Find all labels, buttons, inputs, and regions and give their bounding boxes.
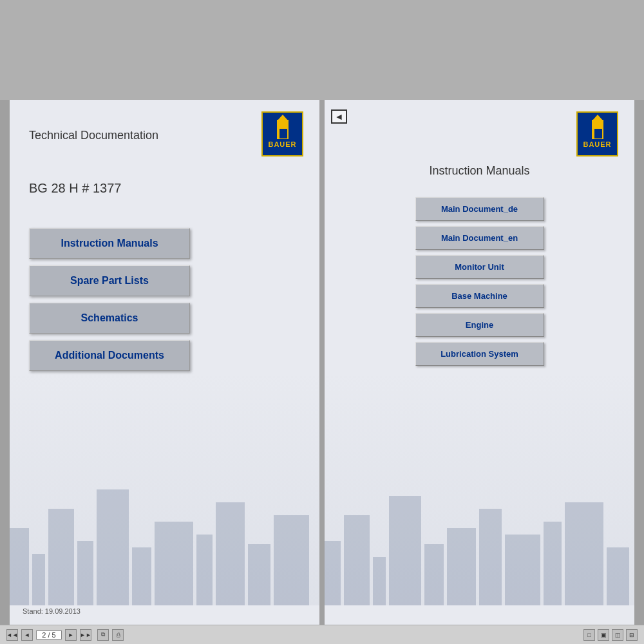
engine-button[interactable]: Engine <box>415 313 544 337</box>
view-icon-symbol-1: □ <box>587 632 591 638</box>
page-title: Technical Documentation <box>29 129 300 142</box>
right-page: ◄ BAUER Instruction Manuals Main Documen… <box>325 100 634 625</box>
main-document-en-button[interactable]: Main Document_en <box>415 226 544 250</box>
next-page-icon: ► <box>68 632 74 638</box>
view-icon-2[interactable]: ▣ <box>598 629 609 641</box>
first-page-button[interactable]: ◄◄ <box>6 629 18 641</box>
view-icon-symbol-2: ▣ <box>601 632 607 638</box>
right-page-content: ◄ BAUER Instruction Manuals Main Documen… <box>325 100 634 625</box>
stand-text: Stand: 19.09.2013 <box>23 607 80 615</box>
first-page-icon: ◄◄ <box>6 632 18 638</box>
view-icon-symbol-3: ◫ <box>615 632 621 638</box>
left-page-content: BAUER Technical Documentation BG 28 H # … <box>10 100 319 625</box>
bauer-logo-right: BAUER <box>576 111 618 156</box>
copy-button[interactable]: ⧉ <box>97 629 109 641</box>
lubrication-system-button[interactable]: Lubrication System <box>415 342 544 366</box>
toolbar-icons-right: □ ▣ ◫ ⊟ <box>583 629 638 641</box>
additional-documents-button[interactable]: Additional Documents <box>29 340 190 371</box>
prev-page-icon: ◄ <box>24 632 30 638</box>
view-icon-symbol-4: ⊟ <box>629 632 634 638</box>
base-machine-button[interactable]: Base Machine <box>415 284 544 308</box>
last-page-icon: ►► <box>80 632 91 638</box>
print-button[interactable]: ⎙ <box>112 629 124 641</box>
copy-icon: ⧉ <box>101 631 105 638</box>
nav-buttons: Instruction Manuals Spare Part Lists Sch… <box>29 228 300 371</box>
app-container: BAUER Technical Documentation BG 28 H # … <box>0 0 644 644</box>
bottom-toolbar: ◄◄ ◄ 2 / 5 ► ►► ⧉ ⎙ □ ▣ ◫ <box>0 625 644 644</box>
right-page-title: Instruction Manuals <box>344 164 615 178</box>
bauer-logo-tower <box>277 120 289 139</box>
bauer-logo-text-right: BAUER <box>583 140 611 148</box>
spare-part-lists-button[interactable]: Spare Part Lists <box>29 265 190 296</box>
bauer-logo-left: BAUER <box>261 111 303 156</box>
back-icon-symbol: ◄ <box>335 111 344 122</box>
next-page-button[interactable]: ► <box>65 629 77 641</box>
prev-page-button[interactable]: ◄ <box>21 629 33 641</box>
page-indicator[interactable]: 2 / 5 <box>36 630 62 639</box>
doc-buttons: Main Document_de Main Document_en Monito… <box>344 197 615 366</box>
main-document-de-button[interactable]: Main Document_de <box>415 197 544 221</box>
pages-area: BAUER Technical Documentation BG 28 H # … <box>0 100 644 625</box>
left-page: BAUER Technical Documentation BG 28 H # … <box>10 100 319 625</box>
top-bar <box>0 0 644 100</box>
print-icon: ⎙ <box>117 632 120 638</box>
view-icon-1[interactable]: □ <box>583 629 595 641</box>
bauer-logo-text: BAUER <box>268 140 296 148</box>
instruction-manuals-button[interactable]: Instruction Manuals <box>29 228 190 259</box>
machine-id: BG 28 H # 1377 <box>29 181 300 196</box>
schematics-button[interactable]: Schematics <box>29 303 190 334</box>
monitor-unit-button[interactable]: Monitor Unit <box>415 255 544 279</box>
view-icon-4[interactable]: ⊟ <box>626 629 638 641</box>
view-icon-3[interactable]: ◫ <box>612 629 623 641</box>
bauer-logo-tower-right <box>592 120 603 139</box>
back-icon[interactable]: ◄ <box>331 109 347 124</box>
last-page-button[interactable]: ►► <box>80 629 91 641</box>
